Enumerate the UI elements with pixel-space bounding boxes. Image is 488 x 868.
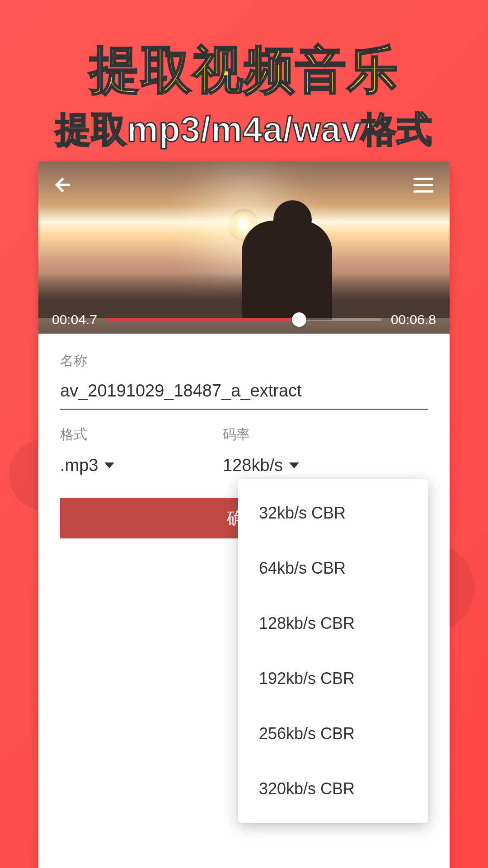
bitrate-option[interactable]: 64kb/s CBR [238,541,428,596]
bitrate-option[interactable]: 192kb/s CBR [238,651,428,706]
bitrate-option[interactable]: 128kb/s CBR [238,596,428,651]
progress-bar[interactable] [106,318,382,321]
total-time-label: 00:06.8 [391,312,436,327]
bitrate-dropdown-menu: 32kb/s CBR 64kb/s CBR 128kb/s CBR 192kb/… [238,479,428,823]
bitrate-value: 128kb/s [223,456,283,475]
bitrate-option[interactable]: 320kb/s CBR [238,761,428,816]
chevron-down-icon [289,462,299,468]
dropdown-row: 格式 .mp3 码率 128kb/s [60,425,428,480]
format-value: .mp3 [60,456,98,475]
bitrate-option[interactable]: 32kb/s CBR [238,486,428,541]
name-input[interactable] [60,377,428,410]
format-dropdown[interactable]: .mp3 [60,451,196,480]
bitrate-option[interactable]: 256kb/s CBR [238,706,428,761]
progress-fill [106,318,299,321]
name-label: 名称 [60,352,428,370]
current-time-label: 00:04.7 [52,312,97,327]
format-label: 格式 [60,425,196,444]
bitrate-label: 码率 [223,425,299,444]
progress-handle[interactable] [292,312,306,327]
menu-icon[interactable] [413,174,436,196]
bitrate-dropdown[interactable]: 128kb/s [223,451,299,480]
app-container: 00:04.7 00:06.8 名称 格式 .mp3 码率 128kb/ [38,162,450,868]
video-decoration [242,221,332,320]
video-preview[interactable]: 00:04.7 00:06.8 [38,162,450,334]
video-progress-row: 00:04.7 00:06.8 [52,312,436,327]
chevron-down-icon [104,462,114,468]
back-icon[interactable] [52,174,75,196]
